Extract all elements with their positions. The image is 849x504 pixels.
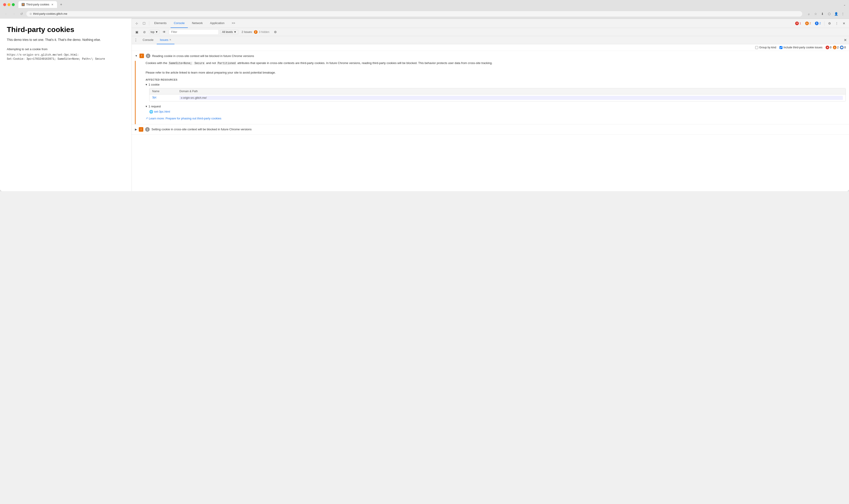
tab-issues-panel[interactable]: Issues ✕ [157,36,175,44]
levels-selector[interactable]: All levels ▼ [220,30,238,34]
issue-1-warning-icon: ! [139,54,144,58]
cookie-count: 1 cookie [148,83,159,86]
cookie-name-link[interactable]: 3pc [152,96,157,99]
info-count-num: 0 [844,46,846,49]
console-ban-icon[interactable]: ⊘ [141,29,148,35]
devtools-panel: ⊹ ☐ Elements Console Network Application… [132,19,849,191]
panel-menu-button[interactable]: ⋮ [134,38,138,42]
levels-arrow: ▼ [234,31,236,34]
refresh-button[interactable]: ↺ [19,11,24,17]
close-button[interactable] [3,3,6,6]
url-text: third-party-cookies.glitch.me [33,12,67,15]
error-badge[interactable]: ✕ 1 [794,21,803,26]
cookie-toggle-arrow: ▾ [146,83,147,86]
warn-count-badge: ⚠ 2 [833,46,839,49]
minimize-button[interactable] [7,3,11,6]
devtools-settings-icon[interactable]: ⚙ [826,20,833,26]
issue-2-count: 1 [145,127,150,132]
tab-console-panel[interactable]: Console [139,36,157,44]
issues-tab-close[interactable]: ✕ [169,38,171,41]
console-gear-icon[interactable]: ⚙ [272,29,279,35]
main-area: Third-party cookies This demo tries to s… [0,19,849,191]
cookie-table: Name Domain & Path 3pc x-origin-src.glit… [149,88,846,102]
issues-label: 2 Issues: [242,31,252,34]
request-link[interactable]: 🌐 set-3pc.html [149,110,846,113]
cookie-domain-cell: x-origin-src.glitch.me/ [179,96,843,100]
url-bar[interactable]: ⊙ third-party-cookies.glitch.me [26,11,802,17]
page-title: Third-party cookies [7,25,125,34]
panel-tabs: Console Issues ✕ [139,36,844,44]
devtools-close-button[interactable]: ✕ [841,20,847,26]
error-count-badge: ✕ 0 [826,46,832,49]
tab-network[interactable]: Network [189,19,206,28]
info-icon: ℹ [815,22,818,25]
warn-badge[interactable]: ⚠ 2 [803,21,813,26]
include-third-party-input[interactable] [779,46,782,49]
active-tab[interactable]: 🍪 Third-party cookies ✕ [18,1,57,8]
cookie-table-header: Name Domain & Path [149,88,846,94]
download-icon[interactable]: ⬇ [819,11,825,17]
devtools-device-icon[interactable]: ☐ [141,20,147,26]
learn-more-link[interactable]: ↗ Learn more: Prepare for phasing out th… [146,117,846,120]
browser-window: 🍪 Third-party cookies ✕ + ⌄ ← → ↺ ⊙ thir… [0,0,849,191]
code-line-2: Set-Cookie: 3pc=1703240163971; SameSite=… [7,57,125,61]
tab-more[interactable]: >> [229,19,238,28]
issue-1-expand-icon[interactable]: ▼ [135,54,138,57]
request-link-container: 🌐 set-3pc.html [149,110,846,113]
group-by-kind-checkbox[interactable]: Group by kind [755,46,776,49]
group-by-kind-input[interactable] [755,46,758,49]
context-arrow: ▼ [155,31,158,34]
back-button[interactable]: ← [3,11,9,17]
star-icon[interactable]: ☆ [813,11,818,17]
code-secure: Secure [194,61,205,65]
error-count: 1 [799,22,801,25]
issue-1-header[interactable]: ▼ ! 1 Reading cookie in cross-site conte… [132,51,849,61]
tab-elements[interactable]: Elements [151,19,170,28]
more-icon[interactable]: ⋮ [840,11,846,17]
tab-close-button[interactable]: ✕ [51,3,54,6]
issue-count-badges: ✕ 0 ⚠ 2 💬 0 [826,46,846,49]
new-tab-button[interactable]: + [58,2,64,7]
devtools-cursor-icon[interactable]: ⊹ [134,20,140,26]
header-name: Name [152,90,179,93]
extension-icon[interactable]: ⬡ [826,11,832,17]
filter-input[interactable] [169,29,219,35]
panel-close-button[interactable]: ✕ [844,38,847,42]
issues-summary: 2 Issues: 2 3 hidden [240,30,271,34]
maximize-button[interactable] [12,3,15,6]
console-eye-icon[interactable]: 👁 [161,29,167,35]
forward-button[interactable]: → [11,11,17,17]
issues-options: Group by kind Include third-party cookie… [132,44,849,51]
issue-2-warning-icon: ! [139,127,143,132]
request-toggle-arrow: ▾ [146,105,147,108]
code-line-1: https://x-origin-src.glitch.me/set-3pc.h… [7,53,125,57]
collapse-button[interactable]: ⌄ [843,3,846,6]
tab-application[interactable]: Application [207,19,228,28]
info-count-badge: 💬 0 [840,46,846,49]
request-toggle[interactable]: ▾ 1 request [146,105,846,108]
zoom-icon[interactable]: ⌕ [806,11,812,17]
affected-title: AFFECTED RESOURCES [146,78,846,81]
profile-icon[interactable]: 👤 [833,11,839,17]
tab-console[interactable]: Console [171,19,188,28]
tab-bar: 🍪 Third-party cookies ✕ + [18,1,842,8]
cookie-toggle[interactable]: ▾ 1 cookie [146,83,846,86]
context-selector[interactable]: top ▼ [149,30,160,34]
warn-count-icon: ⚠ [833,46,836,49]
console-panel-icon[interactable]: ▣ [134,29,140,35]
request-section: ▾ 1 request 🌐 set-3pc.html [146,105,846,113]
info-count-icon: 💬 [840,46,844,49]
issue-1-description: Cookies with the SameSite=None; Secure a… [146,61,846,75]
globe-icon: 🌐 [149,110,153,113]
tab-title: Third-party cookies [26,3,49,6]
error-count-num: 0 [830,46,832,49]
issue-2-expand-icon[interactable]: ▶ [135,128,137,131]
issues-content: ▼ ! 1 Reading cookie in cross-site conte… [132,51,849,191]
issue-item-2[interactable]: ▶ ! 1 Setting cookie in cross-site conte… [132,124,849,134]
info-count: 2 [819,22,821,25]
include-third-party-checkbox[interactable]: Include third-party cookie issues [779,46,823,49]
warn-count: 2 [810,22,811,25]
info-badge[interactable]: ℹ 2 [813,21,823,26]
issue-1-count: 1 [146,54,151,58]
devtools-more-icon[interactable]: ⋮ [834,20,840,26]
